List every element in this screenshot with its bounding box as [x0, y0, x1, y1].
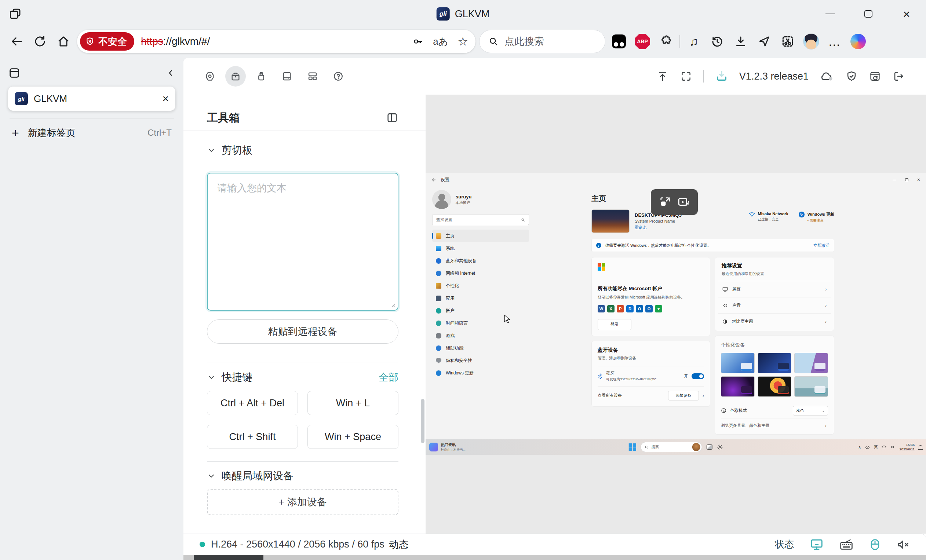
- video-record-icon[interactable]: [677, 196, 690, 208]
- settings-nav-time-language[interactable]: 时间和语言: [432, 317, 529, 329]
- recommended-display-row[interactable]: 屏幕›: [718, 281, 831, 297]
- web-capture-icon[interactable]: [778, 32, 797, 51]
- mouse-status-icon[interactable]: [870, 538, 881, 551]
- display-status-icon[interactable]: [810, 538, 823, 551]
- history-icon[interactable]: [707, 32, 727, 51]
- tray-chevron-up[interactable]: ∧: [858, 445, 861, 449]
- windows-update-item[interactable]: ↻ Windows 更新 • 需要注意: [799, 211, 834, 223]
- view-all-devices[interactable]: 查看所有设备: [598, 393, 622, 398]
- firmware-download-icon[interactable]: [715, 70, 728, 83]
- copilot-icon[interactable]: [848, 32, 868, 51]
- settings-nav-privacy[interactable]: 隐私和安全性: [432, 354, 529, 367]
- kvm-floating-overlay[interactable]: [651, 189, 698, 215]
- collapse-sidebar-icon[interactable]: [166, 68, 176, 78]
- panel-dock-icon[interactable]: [386, 112, 398, 124]
- workspaces-icon[interactable]: [9, 8, 22, 21]
- chevron-down-icon[interactable]: [207, 472, 216, 480]
- shortcut-ctrl-shift[interactable]: Ctrl + Shift: [207, 425, 298, 449]
- start-button[interactable]: [629, 443, 636, 451]
- add-device-button-remote[interactable]: 添加设备: [668, 391, 699, 400]
- security-badge[interactable]: 不安全: [80, 32, 134, 51]
- translate-icon[interactable]: aあ: [433, 35, 448, 48]
- network-status-item[interactable]: Misaka Network 已连接，安全: [749, 211, 788, 223]
- share-send-icon[interactable]: [754, 32, 774, 51]
- tab-panel-icon[interactable]: [8, 67, 21, 79]
- downloads-icon[interactable]: [731, 32, 750, 51]
- settings-minimize-icon[interactable]: [893, 180, 896, 180]
- remote-screen-area[interactable]: 设置 ×: [425, 95, 926, 534]
- settings-nav-apps[interactable]: 应用: [432, 292, 529, 304]
- close-button[interactable]: ×: [901, 8, 912, 20]
- password-key-icon[interactable]: [412, 36, 424, 47]
- address-bar[interactable]: 不安全 https://glkvm/#/ aあ ☆: [77, 30, 475, 53]
- profile-avatar[interactable]: [801, 32, 821, 51]
- task-view-icon[interactable]: [706, 444, 712, 450]
- home-button[interactable]: [54, 32, 73, 51]
- adblock-abp-icon[interactable]: ABP: [632, 32, 652, 51]
- settings-maximize-icon[interactable]: [905, 178, 908, 181]
- settings-search-box[interactable]: 查找设置: [432, 214, 529, 225]
- new-tab-button[interactable]: + 新建标签页 Ctrl+T: [8, 121, 176, 144]
- shortcut-win-space[interactable]: Win + Space: [307, 425, 398, 449]
- theme-thumb-purple-glow[interactable]: [721, 376, 755, 397]
- taskbar-tray[interactable]: ∧ 英 15:36 2025/6/11: [858, 443, 926, 451]
- notification-bell-icon[interactable]: [918, 445, 922, 449]
- add-device-button[interactable]: + 添加设备: [207, 489, 398, 515]
- color-mode-select[interactable]: 浅色 ⌄: [793, 406, 828, 415]
- extensions-puzzle-icon[interactable]: [656, 32, 676, 51]
- quick-search-box[interactable]: 点此搜索: [479, 30, 605, 53]
- extension-dark-icon[interactable]: [609, 32, 629, 51]
- recommended-sound-row[interactable]: 声音›: [718, 297, 831, 313]
- settings-nav-accounts[interactable]: 帐户: [432, 304, 529, 317]
- activate-now-link[interactable]: 立即激活: [813, 243, 829, 248]
- minimize-button[interactable]: [825, 8, 836, 20]
- settings-nav-bluetooth[interactable]: 蓝牙和其他设备: [432, 255, 529, 267]
- favorite-star-icon[interactable]: ☆: [457, 35, 468, 48]
- settings-nut-icon[interactable]: [200, 66, 220, 86]
- taskbar-clock[interactable]: 15:36 2025/6/11: [899, 443, 915, 451]
- signin-button[interactable]: 登录: [598, 319, 631, 330]
- clipboard-title[interactable]: 剪切板: [222, 143, 253, 157]
- toolbox-icon[interactable]: [225, 66, 246, 86]
- recommended-contrast-row[interactable]: 对比度主题›: [718, 313, 831, 329]
- settings-nav-gaming[interactable]: 游戏: [432, 329, 529, 342]
- theme-thumb-flowers[interactable]: [794, 353, 828, 373]
- settings-nav-accessibility[interactable]: 辅助功能: [432, 342, 529, 354]
- resize-handle-icon[interactable]: [390, 302, 395, 308]
- shortcut-ctrl-alt-del[interactable]: Ctrl + Alt + Del: [207, 391, 298, 415]
- shortcut-win-l[interactable]: Win + L: [307, 391, 398, 415]
- remote-taskbar[interactable]: 热门资讯 钟南山：对待当... 搜索: [425, 439, 926, 455]
- account-row[interactable]: suruyu 本地帐户: [432, 190, 529, 209]
- wol-title[interactable]: 唤醒局域网设备: [222, 469, 294, 483]
- ime-indicator[interactable]: 英: [874, 444, 878, 450]
- raise-top-icon[interactable]: [656, 70, 669, 83]
- status-label[interactable]: 状态: [775, 538, 794, 551]
- settings-nav-system[interactable]: 系统: [432, 242, 529, 255]
- settings-nav-windows-update[interactable]: Windows 更新: [432, 367, 529, 379]
- chevron-down-icon[interactable]: [207, 146, 216, 155]
- usb-icon[interactable]: [251, 66, 271, 86]
- audio-muted-icon[interactable]: [897, 538, 910, 551]
- theme-thumb-light-blue[interactable]: [721, 353, 755, 373]
- theme-thumb-landscape[interactable]: [794, 376, 828, 397]
- remote-video-frame[interactable]: 设置 ×: [425, 173, 926, 455]
- cloud-status-icon[interactable]: [820, 70, 834, 83]
- fullscreen-icon[interactable]: [680, 70, 692, 83]
- settings-nav-personalization[interactable]: 个性化: [432, 279, 529, 292]
- more-menu-icon[interactable]: …: [825, 32, 844, 51]
- clipboard-textarea[interactable]: 请输入您的文本: [207, 173, 398, 311]
- bluetooth-toggle[interactable]: [691, 373, 704, 379]
- layout-screens-icon[interactable]: [302, 66, 323, 86]
- stream-mode[interactable]: 动态: [389, 538, 409, 551]
- browse-themes-row[interactable]: 浏览更多背景、颜色和主题 ›: [721, 418, 828, 433]
- taskbar-widget[interactable]: 热门资讯 钟南山：对待当...: [425, 442, 466, 452]
- settings-back-icon[interactable]: [431, 178, 436, 182]
- shortcuts-all-link[interactable]: 全部: [378, 371, 398, 384]
- device-reboot-icon[interactable]: [869, 70, 881, 83]
- tab-glkvm[interactable]: gli GLKVM ×: [8, 86, 176, 111]
- settings-nav-home[interactable]: 主页: [432, 229, 529, 242]
- chevron-down-icon[interactable]: [207, 373, 216, 382]
- paste-to-remote-button[interactable]: 粘贴到远程设备: [207, 319, 398, 344]
- back-button[interactable]: [7, 32, 26, 51]
- refresh-button[interactable]: [30, 32, 50, 51]
